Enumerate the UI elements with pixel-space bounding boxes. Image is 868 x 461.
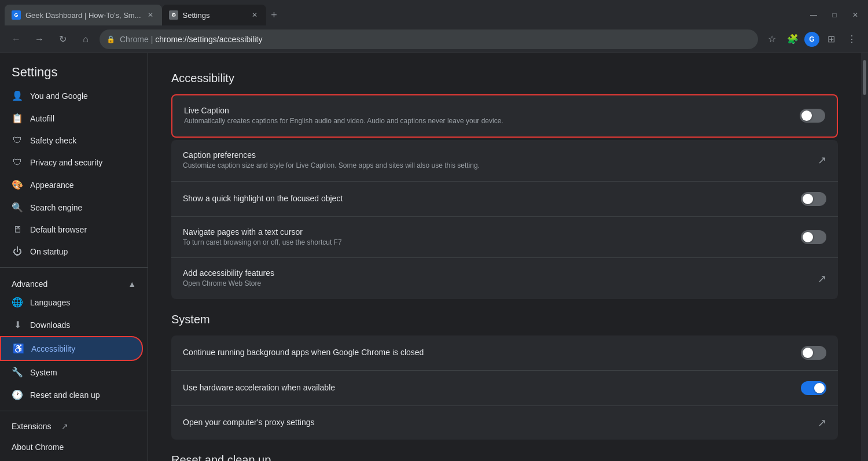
text-cursor-text: Navigate pages with a text cursor To tur… xyxy=(183,227,792,248)
tab-geek-dashboard[interactable]: G Geek Dashboard | How-To's, Sm... ✕ xyxy=(5,5,162,25)
sidebar-label-default-browser: Default browser xyxy=(30,225,87,234)
hardware-acceleration-toggle-thumb xyxy=(814,383,825,393)
extensions-external-icon: ↗ xyxy=(61,422,68,431)
scrollbar-thumb[interactable] xyxy=(863,60,866,95)
window-controls: — □ ✕ xyxy=(806,7,863,23)
browser-frame: G Geek Dashboard | How-To's, Sm... ✕ ⚙ S… xyxy=(0,0,868,461)
close-button[interactable]: ✕ xyxy=(847,7,863,23)
proxy-settings-row[interactable]: Open your computer's proxy settings ↗ xyxy=(171,406,838,440)
text-cursor-row[interactable]: Navigate pages with a text cursor To tur… xyxy=(171,217,838,259)
sidebar-item-autofill[interactable]: 📋 Autofill xyxy=(0,107,143,130)
caption-preferences-row[interactable]: Caption preferences Customize caption si… xyxy=(171,140,838,182)
bookmark-button[interactable]: ☆ xyxy=(763,30,781,49)
scrollbar[interactable] xyxy=(861,53,868,461)
sidebar-label-languages: Languages xyxy=(30,298,70,307)
sidebar-label-privacy-security: Privacy and security xyxy=(30,158,102,167)
default-browser-icon: 🖥 xyxy=(12,224,23,235)
quick-highlight-toggle-thumb xyxy=(803,194,813,204)
quick-highlight-row[interactable]: Show a quick highlight on the focused ob… xyxy=(171,182,838,217)
sidebar-divider xyxy=(0,267,148,268)
sidebar-item-search-engine[interactable]: 🔍 Search engine xyxy=(0,196,143,219)
new-tab-button[interactable]: + xyxy=(266,7,282,23)
refresh-button[interactable]: ↻ xyxy=(53,30,72,49)
add-accessibility-control[interactable]: ↗ xyxy=(818,272,826,285)
system-card: Continue running background apps when Go… xyxy=(171,335,838,440)
forward-button[interactable]: → xyxy=(30,30,49,49)
sidebar-label-reset-clean: Reset and clean up xyxy=(30,390,100,400)
live-caption-row[interactable]: Live Caption Automatically creates capti… xyxy=(172,95,837,137)
tab2-favicon: ⚙ xyxy=(169,10,178,20)
quick-highlight-toggle[interactable] xyxy=(801,192,826,206)
add-accessibility-desc: Open Chrome Web Store xyxy=(183,279,808,289)
sidebar-item-reset-clean[interactable]: 🕐 Reset and clean up xyxy=(0,383,143,406)
quick-highlight-title: Show a quick highlight on the focused ob… xyxy=(183,194,792,203)
sidebar-item-appearance[interactable]: 🎨 Appearance xyxy=(0,174,143,196)
reset-clean-icon: 🕐 xyxy=(12,389,23,400)
sidebar-item-system[interactable]: 🔧 System xyxy=(0,361,143,383)
add-accessibility-text: Add accessibility features Open Chrome W… xyxy=(183,268,808,289)
sidebar-item-privacy-security[interactable]: 🛡 Privacy and security xyxy=(0,152,143,174)
advanced-section-label[interactable]: Advanced ▲ xyxy=(0,272,148,291)
sidebar-label-on-startup: On startup xyxy=(30,247,68,256)
hardware-acceleration-control[interactable] xyxy=(801,381,826,395)
system-section-title: System xyxy=(171,313,838,326)
on-startup-icon: ⏻ xyxy=(12,246,23,257)
background-apps-toggle[interactable] xyxy=(801,346,826,360)
live-caption-desc: Automatically creates captions for Engli… xyxy=(184,116,790,126)
sidebar-label-downloads: Downloads xyxy=(30,320,70,330)
back-button[interactable]: ← xyxy=(7,30,25,49)
sidebar-label-autofill: Autofill xyxy=(30,114,54,123)
text-cursor-control[interactable] xyxy=(801,230,826,244)
languages-icon: 🌐 xyxy=(12,297,23,308)
sidebar-item-languages[interactable]: 🌐 Languages xyxy=(0,291,143,314)
tab2-close[interactable]: ✕ xyxy=(250,10,259,20)
address-protocol: Chrome | xyxy=(120,35,155,44)
downloads-icon: ⬇ xyxy=(12,319,23,330)
text-cursor-toggle[interactable] xyxy=(801,230,826,244)
safety-check-icon: 🛡 xyxy=(12,135,23,146)
background-apps-title: Continue running background apps when Go… xyxy=(183,348,792,357)
caption-preferences-desc: Customize caption size and style for Liv… xyxy=(183,161,808,171)
appearance-icon: 🎨 xyxy=(12,179,23,190)
add-accessibility-row[interactable]: Add accessibility features Open Chrome W… xyxy=(171,258,838,299)
extension-puzzle-icon[interactable]: 🧩 xyxy=(784,30,802,49)
background-apps-control[interactable] xyxy=(801,346,826,360)
text-cursor-toggle-thumb xyxy=(803,232,813,242)
quick-highlight-control[interactable] xyxy=(801,192,826,206)
tab-settings[interactable]: ⚙ Settings ✕ xyxy=(162,5,266,25)
sidebar-label-system: System xyxy=(30,368,57,377)
tab1-close[interactable]: ✕ xyxy=(146,10,155,20)
background-apps-row[interactable]: Continue running background apps when Go… xyxy=(171,335,838,371)
live-caption-text: Live Caption Automatically creates capti… xyxy=(184,106,790,126)
sidebar-item-default-browser[interactable]: 🖥 Default browser xyxy=(0,219,143,241)
caption-preferences-control[interactable]: ↗ xyxy=(818,154,826,167)
address-bar[interactable]: 🔒 Chrome | chrome://settings/accessibili… xyxy=(100,29,758,49)
menu-button[interactable]: ⋮ xyxy=(843,30,861,49)
profile-avatar[interactable]: G xyxy=(804,32,819,47)
proxy-settings-text: Open your computer's proxy settings xyxy=(183,418,808,428)
hardware-acceleration-row[interactable]: Use hardware acceleration when available xyxy=(171,371,838,406)
sidebar-item-accessibility[interactable]: ♿ Accessibility xyxy=(0,336,143,361)
sidebar-label-accessibility: Accessibility xyxy=(31,344,75,353)
live-caption-toggle[interactable] xyxy=(800,109,825,123)
live-caption-control[interactable] xyxy=(800,109,825,123)
reset-section-title: Reset and clean up xyxy=(171,453,838,461)
maximize-button[interactable]: □ xyxy=(826,7,843,23)
address-url: Chrome | chrome://settings/accessibility xyxy=(120,35,262,44)
tab1-favicon: G xyxy=(12,10,21,20)
sidebar-item-on-startup[interactable]: ⏻ On startup xyxy=(0,241,143,263)
proxy-settings-control[interactable]: ↗ xyxy=(818,416,826,429)
sidebar-item-you-google[interactable]: 👤 You and Google xyxy=(0,84,143,107)
accessibility-card: Caption preferences Customize caption si… xyxy=(171,140,838,299)
text-cursor-title: Navigate pages with a text cursor xyxy=(183,227,792,237)
sidebar-item-safety-check[interactable]: 🛡 Safety check xyxy=(0,130,143,152)
sidebar-item-extensions[interactable]: Extensions ↗ xyxy=(0,416,148,437)
home-button[interactable]: ⌂ xyxy=(76,30,95,49)
minimize-button[interactable]: — xyxy=(806,7,822,23)
sidebar-label-search-engine: Search engine xyxy=(30,203,82,212)
hardware-acceleration-toggle[interactable] xyxy=(801,381,826,395)
sidebar-divider-2 xyxy=(0,411,148,411)
sidebar-item-downloads[interactable]: ⬇ Downloads xyxy=(0,314,143,336)
extensions-icon[interactable]: ⊞ xyxy=(822,30,840,49)
sidebar-item-about-chrome[interactable]: About Chrome xyxy=(0,437,143,458)
